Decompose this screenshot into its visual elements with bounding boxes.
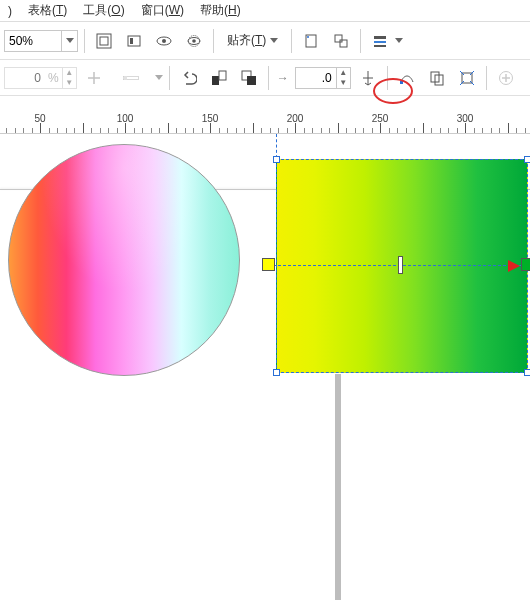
ruler-tick xyxy=(329,128,330,133)
selection-handle-se[interactable] xyxy=(524,369,530,376)
ruler-tick xyxy=(414,128,415,133)
svg-rect-12 xyxy=(340,40,347,47)
ruler-gap xyxy=(0,96,530,114)
menu-table[interactable]: 表格(T) xyxy=(22,0,73,21)
ruler-tick xyxy=(219,128,220,133)
preview-icon[interactable] xyxy=(121,28,147,54)
zoom-input[interactable] xyxy=(5,31,61,51)
separator xyxy=(387,66,388,90)
ruler-tick xyxy=(49,128,50,133)
opacity-input[interactable] xyxy=(5,68,45,88)
ruler-tick xyxy=(406,128,407,133)
menu-window[interactable]: 窗口(W) xyxy=(135,0,190,21)
selection-handle-nw[interactable] xyxy=(273,156,280,163)
ruler-tick xyxy=(159,128,160,133)
svg-rect-13 xyxy=(374,36,386,39)
ruler-tick xyxy=(185,128,186,133)
ruler-tick xyxy=(91,128,92,133)
ruler-tick xyxy=(227,128,228,133)
ruler-label: 150 xyxy=(202,114,219,124)
eye-icon[interactable] xyxy=(151,28,177,54)
ruler-tick xyxy=(202,128,203,133)
chevron-down-icon[interactable] xyxy=(395,38,403,43)
ruler-tick xyxy=(15,128,16,133)
ruler-label: 100 xyxy=(117,114,134,124)
menu-fragment[interactable]: ) xyxy=(2,2,18,20)
svg-point-10 xyxy=(307,36,309,38)
ruler-tick xyxy=(482,128,483,133)
ruler-tick xyxy=(457,128,458,133)
undo-icon[interactable] xyxy=(176,65,202,91)
arrow-right-icon: → xyxy=(275,71,291,85)
canvas[interactable] xyxy=(0,134,530,600)
gradient-mid-node[interactable] xyxy=(398,256,403,274)
copy-properties-icon[interactable] xyxy=(424,65,450,91)
ruler-tick xyxy=(176,128,177,133)
ruler-tick xyxy=(312,128,313,133)
swap-colors-icon[interactable] xyxy=(206,65,232,91)
ruler-tick-major xyxy=(40,123,41,133)
options-icon[interactable] xyxy=(367,28,393,54)
ruler-tick xyxy=(244,128,245,133)
svg-rect-21 xyxy=(247,76,256,85)
svg-rect-19 xyxy=(219,71,226,80)
horizontal-ruler[interactable]: // inline generation deferred to bottom … xyxy=(0,114,530,134)
snap-dropdown[interactable]: 贴齐(T) xyxy=(220,28,285,54)
ruler-tick xyxy=(57,128,58,133)
add-icon[interactable] xyxy=(81,65,107,91)
arrange-icon[interactable] xyxy=(236,65,262,91)
ruler-tick-major xyxy=(380,123,381,133)
menu-help[interactable]: 帮助(H) xyxy=(194,0,247,21)
wrap-icon[interactable] xyxy=(454,65,480,91)
ruler-label: 250 xyxy=(372,114,389,124)
svg-point-5 xyxy=(162,39,166,43)
svg-rect-11 xyxy=(335,35,342,42)
ruler-tick xyxy=(491,128,492,133)
gradient-start-node[interactable] xyxy=(262,258,275,271)
ruler-tick xyxy=(117,128,118,133)
menu-tools[interactable]: 工具(O) xyxy=(77,0,130,21)
value-input[interactable] xyxy=(296,68,336,88)
ellipse-object[interactable] xyxy=(8,144,240,376)
svg-rect-17 xyxy=(123,76,126,79)
ruler-tick xyxy=(499,128,500,133)
ruler-tick xyxy=(389,128,390,133)
ruler-tick xyxy=(508,123,509,133)
add-button-icon[interactable] xyxy=(493,65,519,91)
ruler-tick xyxy=(23,128,24,133)
anchor-icon[interactable] xyxy=(355,65,381,91)
ruler-label: 300 xyxy=(457,114,474,124)
chevron-down-icon[interactable] xyxy=(155,75,163,80)
separator xyxy=(291,29,292,53)
spinner[interactable]: ▲▼ xyxy=(336,68,350,88)
ruler-tick-major xyxy=(210,123,211,133)
ruler-tick xyxy=(474,128,475,133)
svg-point-7 xyxy=(192,39,196,43)
selection-handle-ne[interactable] xyxy=(524,156,530,163)
spinner[interactable]: ▲▼ xyxy=(62,68,76,88)
ruler-tick xyxy=(134,128,135,133)
toolbar-properties: % ▲▼ → ▲▼ xyxy=(0,60,530,96)
ruler-tick xyxy=(236,128,237,133)
snap-page-icon[interactable] xyxy=(298,28,324,54)
zoom-dropdown-icon[interactable] xyxy=(61,31,77,51)
menu-bar: ) 表格(T) 工具(O) 窗口(W) 帮助(H) xyxy=(0,0,530,22)
freeform-icon[interactable] xyxy=(394,65,420,91)
ruler-tick xyxy=(440,128,441,133)
ruler-tick xyxy=(304,128,305,133)
value-box[interactable]: ▲▼ xyxy=(295,67,351,89)
snap-objects-icon[interactable] xyxy=(328,28,354,54)
ruler-tick xyxy=(355,128,356,133)
edge-pad-icon[interactable] xyxy=(111,65,151,91)
eye-target-icon[interactable] xyxy=(181,28,207,54)
ruler-tick xyxy=(448,128,449,133)
ruler-tick xyxy=(278,128,279,133)
ruler-tick xyxy=(142,128,143,133)
ruler-tick xyxy=(338,123,339,133)
gradient-end-node[interactable] xyxy=(521,258,530,271)
opacity-box[interactable]: % ▲▼ xyxy=(4,67,77,89)
ruler-tick-major xyxy=(465,123,466,133)
selection-handle-sw[interactable] xyxy=(273,369,280,376)
fullscreen-icon[interactable] xyxy=(91,28,117,54)
zoom-combo[interactable] xyxy=(4,30,78,52)
